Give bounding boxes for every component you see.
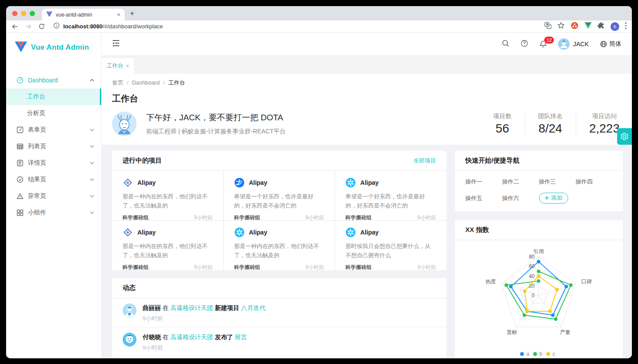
sidebar-item-dashboard[interactable]: Dashboard — [6, 72, 101, 88]
project-group[interactable]: 科学搬砖组 — [345, 264, 372, 271]
project-name: Alipay — [360, 229, 379, 236]
close-window-button[interactable] — [12, 11, 17, 16]
back-icon[interactable] — [11, 23, 18, 30]
quick-link-5[interactable]: 操作五 — [465, 194, 502, 202]
bookmark-star-icon[interactable] — [557, 22, 565, 31]
activity-card: 动态 曲丽丽 在 高逼格设计天团 新建项目 — [112, 278, 447, 358]
sidebar-item-form[interactable]: 表单页 — [6, 122, 101, 138]
vue-favicon-icon — [46, 11, 52, 19]
quick-link-6[interactable]: 操作六 — [502, 194, 539, 202]
tab-close-icon[interactable]: × — [117, 11, 120, 18]
project-group[interactable]: 科学搬砖组 — [123, 264, 149, 271]
user-menu[interactable]: JACK — [558, 38, 589, 50]
extensions-puzzle-icon[interactable] — [597, 22, 605, 31]
project-name: Alipay — [249, 179, 267, 186]
activity-team-link[interactable]: 高逼格设计天团 — [171, 333, 213, 340]
sidebar-item-list[interactable]: 列表页 — [6, 138, 101, 155]
page-tab-close-icon[interactable]: × — [126, 63, 129, 68]
activity-target-link[interactable]: 八月迭代 — [241, 304, 266, 311]
quick-start-title: 快速开始/便捷导航 — [465, 156, 519, 165]
quick-link-3[interactable]: 操作三 — [539, 178, 576, 186]
activity-action: 发布了 — [215, 333, 233, 340]
project-name: Alipay — [249, 229, 267, 236]
minimize-window-button[interactable] — [21, 11, 26, 16]
widgets-icon — [17, 209, 24, 216]
new-tab-button[interactable]: + — [130, 10, 134, 17]
antd-logo-icon — [123, 227, 133, 238]
chevron-down-icon — [90, 195, 94, 197]
translate-icon[interactable] — [544, 22, 552, 31]
browser-menu-icon[interactable] — [625, 22, 627, 31]
project-card[interactable]: Alipay 那是一种内在的东西，他们到达不了，也无法触及的 科学搬砖组9小时前 — [112, 221, 224, 270]
activity-item-clipped — [112, 357, 447, 358]
sidebar-item-result[interactable]: 结果页 — [6, 171, 101, 188]
project-card[interactable]: Alipay 那时候我只会想自己想要什么，从不想自己拥有什么 科学搬砖组9小时前 — [335, 221, 447, 270]
gear-icon — [620, 132, 629, 141]
quick-start-card: 快速开始/便捷导航 操作一 操作二 操作三 操作四 操作五 操作六 添加 — [455, 151, 623, 211]
project-card[interactable]: Alipay 那是一种内在的东西，他们到达不了，也无法触及的 科学搬砖组9小时前 — [224, 221, 335, 270]
activity-prep: 在 — [163, 304, 169, 311]
activity-user[interactable]: 曲丽丽 — [143, 304, 161, 311]
project-desc: 希望是一个好东西，也许是最好的，好东西是不会消亡的 — [345, 192, 436, 210]
search-icon[interactable] — [502, 40, 509, 49]
projects-card: 进行中的项目 全部项目 Alipay 那是一种内在的东西，他们到达不了，也无法触… — [112, 151, 447, 270]
page-header: 首页/Dashboard/工作台 工作台 下午好，JACK，要不要打一把 DOT… — [102, 74, 632, 145]
sidebar-item-widget[interactable]: 小组件 — [6, 204, 101, 221]
notification-bell[interactable]: 12 — [539, 40, 547, 48]
site-info-icon[interactable] — [53, 22, 60, 31]
project-card[interactable]: Alipay 那是一种内在的东西，他们到达不了，也无法触及的 科学搬砖组9小时前 — [112, 171, 224, 221]
page-tabs: 工作台 × — [102, 55, 632, 74]
flower-logo-icon — [234, 227, 245, 238]
all-projects-link[interactable]: 全部项目 — [413, 157, 436, 165]
language-label: 简体 — [609, 40, 621, 48]
breadcrumb-home[interactable]: 首页 — [112, 79, 123, 86]
sidebar-item-analysis[interactable]: 分析页 — [6, 105, 101, 122]
sidebar-item-exception[interactable]: 异常页 — [6, 188, 101, 204]
browser-profile-avatar[interactable]: h — [611, 22, 619, 31]
add-button[interactable]: 添加 — [539, 193, 568, 204]
vue-devtools-icon[interactable] — [584, 22, 592, 31]
activity-action: 新建项目 — [215, 304, 239, 311]
language-switch[interactable]: 简体 — [600, 40, 621, 48]
svg-text:0: 0 — [532, 293, 535, 299]
browser-toolbar: localhost:8080/#/dashboard/workplace h — [6, 20, 632, 33]
browser-window: vue-antd-admin × + localhost:8080/#/dash… — [6, 6, 632, 358]
sidebar-item-label: 工作台 — [27, 93, 93, 101]
activity-time: 9小时前 — [143, 315, 266, 323]
extension-recorder-icon[interactable] — [570, 21, 579, 31]
quick-link-1[interactable]: 操作一 — [465, 178, 502, 186]
settings-button[interactable] — [617, 128, 632, 145]
help-icon[interactable] — [521, 40, 528, 49]
sidebar-item-workplace[interactable]: 工作台 — [6, 88, 101, 105]
sidebar-item-label: Dashboard — [28, 77, 90, 84]
forward-icon[interactable] — [25, 23, 32, 30]
project-name: Alipay — [137, 229, 156, 236]
activity-team-link[interactable]: 高逼格设计天团 — [171, 304, 213, 311]
toolbar-extensions: h — [544, 21, 627, 31]
app-logo[interactable]: Vue Antd Admin — [6, 36, 101, 59]
sidebar-item-detail[interactable]: 详情页 — [6, 155, 101, 171]
page-tab-workplace[interactable]: 工作台 × — [102, 58, 134, 74]
svg-text:60: 60 — [529, 263, 535, 269]
breadcrumb-section[interactable]: Dashboard — [132, 79, 160, 86]
browser-tab[interactable]: vue-antd-admin × — [42, 9, 125, 20]
activity-time: 9小时前 — [143, 344, 247, 352]
notification-badge: 12 — [544, 36, 554, 44]
reload-icon[interactable] — [38, 23, 45, 30]
project-time: 9小时前 — [194, 264, 213, 271]
project-card[interactable]: Alipay 希望是一个好东西，也许是最好的，好东西是不会消亡的 科学搬砖组9小… — [224, 171, 335, 221]
project-card[interactable]: Alipay 希望是一个好东西，也许是最好的，好东西是不会消亡的 科学搬砖组9小… — [335, 171, 447, 221]
activity-user[interactable]: 付晓晓 — [143, 333, 161, 340]
quick-link-2[interactable]: 操作二 — [502, 178, 539, 186]
activity-target-link[interactable]: 留言 — [235, 333, 247, 340]
breadcrumb-separator: / — [127, 79, 129, 86]
quick-link-4[interactable]: 操作四 — [576, 178, 612, 186]
stat-rank: 团队排名 8/24 — [525, 112, 576, 136]
project-desc: 那是一种内在的东西，他们到达不了，也无法触及的 — [234, 242, 324, 260]
menu-fold-icon[interactable] — [112, 40, 120, 48]
add-button-label: 添加 — [551, 194, 563, 202]
sidebar-item-label: 分析页 — [27, 109, 94, 117]
project-group[interactable]: 科学搬砖组 — [234, 264, 260, 271]
address-bar[interactable]: localhost:8080/#/dashboard/workplace — [53, 22, 538, 31]
zoom-window-button[interactable] — [30, 11, 35, 16]
